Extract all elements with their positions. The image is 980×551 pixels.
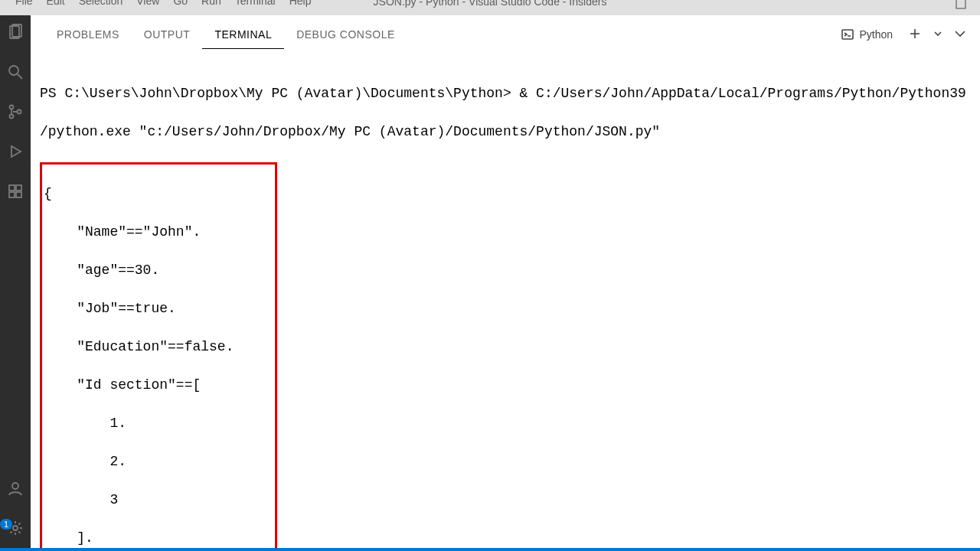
svg-rect-0 <box>956 0 965 8</box>
output-line: "Education"==false. <box>44 337 273 357</box>
svg-point-5 <box>10 106 14 109</box>
panel-maximize-button[interactable] <box>954 28 966 42</box>
terminal-icon <box>841 28 854 41</box>
tab-problems[interactable]: PROBLEMS <box>44 21 132 48</box>
output-line: 3 <box>44 491 273 510</box>
svg-point-13 <box>12 483 18 489</box>
panel-right-tools: Python <box>836 27 966 43</box>
chevron-down-icon <box>933 28 943 39</box>
svg-rect-11 <box>9 192 15 197</box>
svg-rect-12 <box>16 192 21 197</box>
output-line: "Name"=="John". <box>44 223 273 242</box>
tab-terminal[interactable]: TERMINAL <box>202 21 284 49</box>
tab-debug-console[interactable]: DEBUG CONSOLE <box>284 21 407 48</box>
svg-rect-10 <box>16 185 21 191</box>
output-line: "Id section"==[ <box>44 376 273 395</box>
svg-point-3 <box>9 66 18 75</box>
terminal-shell-select[interactable]: Python <box>836 27 897 42</box>
svg-line-4 <box>18 74 22 79</box>
output-line: "Job"==true. <box>44 299 273 318</box>
explorer-icon[interactable] <box>6 23 24 41</box>
menu-selection[interactable]: Selection <box>79 0 123 6</box>
panel-tabs: PROBLEMS OUTPUT TERMINAL DEBUG CONSOLE P… <box>31 15 980 54</box>
menu-run[interactable]: Run <box>201 0 221 6</box>
accounts-icon[interactable] <box>6 479 24 497</box>
menu-terminal[interactable]: Terminal <box>235 0 276 6</box>
svg-point-14 <box>13 526 18 530</box>
activity-bar: 1 <box>0 15 31 551</box>
search-icon[interactable] <box>6 63 24 81</box>
panel-area: PROBLEMS OUTPUT TERMINAL DEBUG CONSOLE P… <box>31 15 980 551</box>
extensions-icon[interactable] <box>6 182 24 201</box>
plus-icon <box>908 27 922 41</box>
output-line: "age"==30. <box>44 261 273 280</box>
tab-output[interactable]: OUTPUT <box>132 21 203 48</box>
svg-rect-9 <box>9 185 15 191</box>
menu-file[interactable]: File <box>15 0 33 6</box>
source-control-icon[interactable] <box>6 103 24 121</box>
menu-view[interactable]: View <box>136 0 159 6</box>
output-highlight-box: { "Name"=="John". "age"==30. "Job"==true… <box>40 162 277 551</box>
chevron-down-wide-icon <box>954 28 966 40</box>
svg-marker-8 <box>11 146 21 157</box>
svg-point-6 <box>10 115 14 119</box>
terminal-command-line-1: PS C:\Users\John\Dropbox\My PC (Avatar)\… <box>40 84 974 103</box>
main-layout: 1 PROBLEMS OUTPUT TERMINAL DEBUG CONSOLE… <box>0 15 980 551</box>
menu-help[interactable]: Help <box>289 0 312 6</box>
title-bar: File Edit Selection View Go Run Terminal… <box>0 0 980 15</box>
window-title: JSON.py - Python - Visual Studio Code - … <box>374 0 607 8</box>
menu-bar: File Edit Selection View Go Run Terminal… <box>0 0 311 6</box>
menu-edit[interactable]: Edit <box>47 0 65 6</box>
run-debug-icon[interactable] <box>6 142 24 161</box>
terminal-command-line-2: /python.exe "c:/Users/John/Dropbox/My PC… <box>40 122 974 142</box>
new-terminal-button[interactable] <box>908 27 922 43</box>
output-line: 2. <box>44 452 273 471</box>
terminal-output[interactable]: PS C:\Users\John\Dropbox\My PC (Avatar)\… <box>31 54 980 551</box>
window-controls[interactable] <box>956 0 966 11</box>
output-line: 1. <box>44 414 273 433</box>
output-line: ]. <box>44 529 273 548</box>
split-terminal-dropdown[interactable] <box>933 28 943 41</box>
menu-go[interactable]: Go <box>173 0 188 6</box>
output-line: { <box>44 184 273 204</box>
svg-point-7 <box>18 110 21 114</box>
status-bar-accent <box>0 548 980 551</box>
status-badge: 1 <box>0 519 12 530</box>
shell-selected-label: Python <box>859 28 893 41</box>
